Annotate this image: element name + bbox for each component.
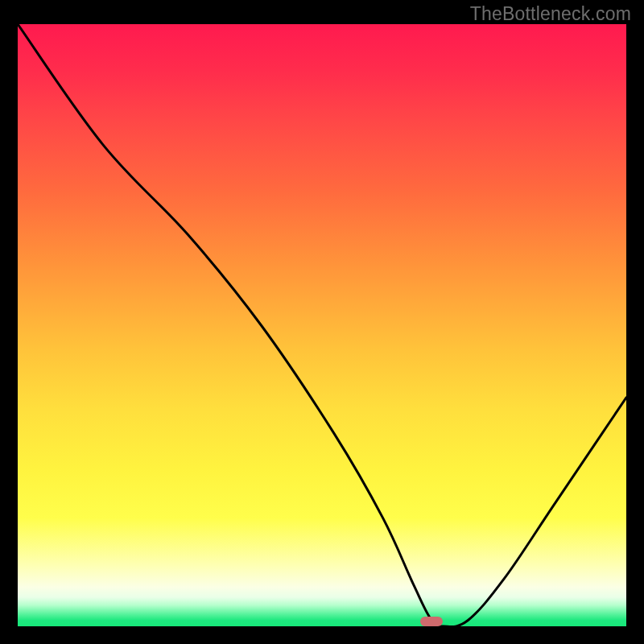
plot-area (18, 24, 626, 626)
chart-frame: TheBottleneck.com (0, 0, 644, 644)
bottleneck-curve (18, 24, 626, 626)
watermark-text: TheBottleneck.com (470, 3, 631, 25)
optimal-marker (420, 617, 443, 626)
